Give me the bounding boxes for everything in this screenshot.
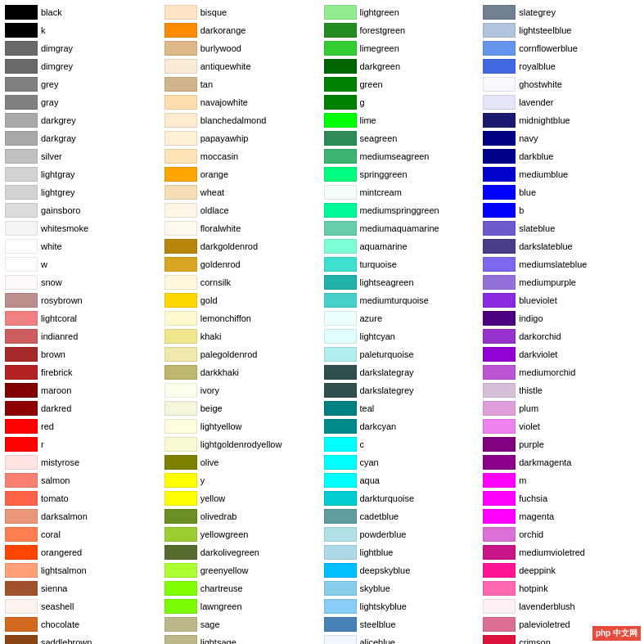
color-swatch	[483, 473, 516, 488]
color-name-label: lightgray	[41, 169, 75, 179]
color-swatch	[483, 221, 516, 236]
color-name-label: mediumturquoise	[360, 295, 429, 305]
color-name-label: b	[519, 205, 524, 215]
color-name-label: navajowhite	[200, 97, 248, 107]
color-row: mediumaquamarine	[322, 219, 482, 237]
color-name-label: turquoise	[360, 259, 397, 269]
color-row: mediumturquoise	[322, 291, 482, 309]
color-row: darkgoldenrod	[163, 237, 322, 255]
color-row: snow	[3, 273, 163, 291]
color-swatch	[164, 419, 197, 434]
color-swatch	[164, 185, 197, 200]
color-name-label: lightgreen	[360, 7, 399, 17]
color-swatch	[5, 563, 38, 578]
color-row: mistyrose	[3, 453, 163, 471]
color-name-label: darkgrey	[41, 115, 76, 125]
color-name-label: lavenderblush	[519, 601, 575, 611]
color-name-label: mediumslateblue	[519, 259, 587, 269]
color-swatch	[5, 599, 38, 614]
color-swatch	[5, 527, 38, 542]
color-swatch	[164, 509, 197, 524]
color-row: lightseagreen	[322, 273, 482, 291]
color-name-label: m	[519, 475, 526, 485]
color-swatch	[324, 581, 357, 596]
color-swatch	[164, 95, 197, 110]
color-swatch	[164, 581, 197, 596]
color-row: c	[322, 435, 482, 453]
color-name-label: r	[41, 439, 44, 449]
color-row: darkorchid	[481, 327, 641, 345]
color-swatch	[483, 5, 516, 20]
color-name-label: beige	[200, 403, 223, 413]
color-row: black	[3, 3, 163, 21]
color-swatch	[483, 347, 516, 362]
color-swatch	[5, 311, 38, 326]
color-row: lightsage	[163, 633, 322, 644]
color-row: darkgray	[3, 129, 163, 147]
color-row: royalblue	[481, 57, 641, 75]
color-swatch	[5, 275, 38, 290]
color-row: dimgrey	[3, 57, 163, 75]
color-swatch	[5, 581, 38, 596]
color-name-label: slateblue	[519, 223, 555, 233]
color-swatch	[164, 329, 197, 344]
color-swatch	[324, 185, 357, 200]
color-name-label: orangered	[41, 547, 82, 557]
color-name-label: wheat	[200, 187, 224, 197]
color-row: chartreuse	[163, 579, 322, 597]
color-name-label: mediumseagreen	[360, 151, 430, 161]
color-name-label: silver	[41, 151, 62, 161]
color-swatch	[5, 239, 38, 254]
color-row: teal	[322, 399, 482, 417]
color-swatch	[5, 59, 38, 74]
color-name-label: darkolivegreen	[200, 547, 259, 557]
color-name-label: royalblue	[519, 61, 556, 71]
color-row: lavender	[481, 93, 641, 111]
color-name-label: mediumspringgreen	[360, 205, 439, 215]
color-row: m	[481, 471, 641, 489]
color-swatch	[324, 5, 357, 20]
color-row: salmon	[3, 471, 163, 489]
color-swatch	[483, 383, 516, 398]
color-swatch	[483, 509, 516, 524]
color-row: wheat	[163, 183, 322, 201]
color-row: papayawhip	[163, 129, 322, 147]
color-row: lawngreen	[163, 597, 322, 615]
color-row: slateblue	[481, 219, 641, 237]
color-row: lavenderblush	[481, 597, 641, 615]
color-swatch	[324, 293, 357, 308]
color-name-label: yellowgreen	[200, 529, 249, 539]
color-row: cornflowerblue	[481, 39, 641, 57]
color-row: darkgrey	[3, 111, 163, 129]
color-swatch	[483, 59, 516, 74]
color-swatch	[483, 401, 516, 416]
color-name-label: mediumaquamarine	[360, 223, 439, 233]
color-name-label: tomato	[41, 493, 69, 503]
color-name-label: hotpink	[519, 583, 547, 593]
color-name-label: darkorange	[200, 25, 246, 35]
color-row: orangered	[3, 543, 163, 561]
color-row: tomato	[3, 489, 163, 507]
color-swatch	[164, 203, 197, 218]
color-name-label: antiquewhite	[200, 61, 251, 71]
color-row: powderblue	[322, 525, 482, 543]
color-swatch	[164, 257, 197, 272]
color-row: gold	[163, 291, 322, 309]
color-name-label: palegoldenrod	[200, 349, 258, 359]
color-row: maroon	[3, 381, 163, 399]
color-name-label: darkslategrey	[360, 385, 414, 395]
color-swatch	[5, 131, 38, 146]
color-swatch	[164, 599, 197, 614]
color-swatch	[324, 509, 357, 524]
color-row: darkturquoise	[322, 489, 482, 507]
color-swatch	[164, 275, 197, 290]
color-row: ghostwhite	[481, 75, 641, 93]
color-name-label: darkslategray	[360, 367, 414, 377]
color-row: brown	[3, 345, 163, 363]
color-swatch	[5, 41, 38, 56]
color-swatch	[324, 203, 357, 218]
color-swatch	[324, 473, 357, 488]
color-row: cornsilk	[163, 273, 322, 291]
color-name-label: indianred	[41, 331, 78, 341]
color-row: lightcyan	[322, 327, 482, 345]
